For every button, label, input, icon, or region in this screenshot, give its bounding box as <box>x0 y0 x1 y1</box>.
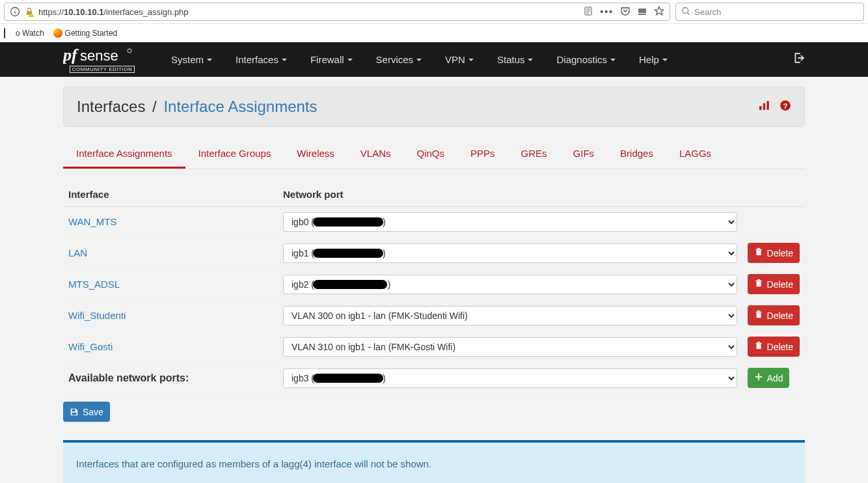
port-select[interactable]: VLAN 310 on igb1 - lan (FMK-Gosti Wifi) <box>283 337 737 357</box>
svg-rect-22 <box>756 250 761 255</box>
nav-firewall[interactable]: Firewall <box>299 42 364 77</box>
chevron-down-icon <box>416 59 422 61</box>
delete-label: Delete <box>767 248 793 258</box>
col-port: Network port <box>278 182 742 207</box>
table-row: Wifi_StudentiVLAN 300 on igb1 - lan (FMK… <box>63 300 805 331</box>
reader-mode-icon[interactable] <box>583 6 593 18</box>
tab-gres[interactable]: GREs <box>508 140 560 169</box>
tab-bridges[interactable]: Bridges <box>607 140 666 169</box>
help-icon[interactable]: ? <box>780 100 791 114</box>
svg-rect-17 <box>759 106 761 110</box>
svg-rect-29 <box>755 312 761 313</box>
port-select-wrap: igb2 ( ) <box>283 275 737 294</box>
interface-link[interactable]: LAN <box>68 247 87 258</box>
svg-point-16 <box>128 49 131 53</box>
downloads-icon[interactable] <box>637 6 647 18</box>
search-placeholder: Search <box>694 7 721 17</box>
tab-ppps[interactable]: PPPs <box>457 140 508 169</box>
svg-point-12 <box>683 7 688 13</box>
delete-label: Delete <box>767 342 793 352</box>
delete-button[interactable]: Delete <box>748 337 800 357</box>
interface-link[interactable]: Wifi_Studenti <box>68 310 126 321</box>
url-right-icons: ••• <box>583 6 664 18</box>
svg-rect-23 <box>755 249 761 251</box>
port-select[interactable]: igb3 ( ) <box>283 368 737 388</box>
interface-link[interactable]: MTS_ADSL <box>68 279 120 290</box>
stats-icon[interactable] <box>759 100 770 114</box>
breadcrumb-root: Interfaces <box>77 98 145 115</box>
logo-svg: pf sense <box>63 46 141 64</box>
bookmark-label: o Watch <box>16 29 44 38</box>
port-select-wrap: igb3 ( ) <box>283 368 737 388</box>
url-text: https://10.10.10.1/interfaces_assign.php <box>38 7 579 17</box>
add-button[interactable]: Add <box>748 368 790 388</box>
table-row: WAN_MTSigb0 ( ) <box>63 207 805 238</box>
url-bar[interactable]: https://10.10.10.1/interfaces_assign.php… <box>4 3 670 21</box>
tab-laggs[interactable]: LAGGs <box>666 140 724 169</box>
delete-label: Delete <box>767 310 793 321</box>
interface-link[interactable]: WAN_MTS <box>68 216 116 227</box>
tab-wireless[interactable]: Wireless <box>284 140 347 169</box>
bookmark-star-icon[interactable] <box>654 6 664 18</box>
save-icon <box>70 407 79 417</box>
svg-rect-24 <box>757 248 760 249</box>
nav-diagnostics[interactable]: Diagnostics <box>545 42 627 77</box>
save-button[interactable]: Save <box>63 402 110 422</box>
port-select-wrap: igb0 ( ) <box>283 212 737 232</box>
chevron-down-icon <box>347 59 353 61</box>
header-actions: ? <box>759 100 791 114</box>
interface-link[interactable]: Wifi_Gosti <box>68 341 113 352</box>
svg-rect-33 <box>757 342 760 343</box>
tab-interface-groups[interactable]: Interface Groups <box>185 140 284 169</box>
tab-interface-assignments[interactable]: Interface Assignments <box>63 140 185 169</box>
svg-rect-9 <box>638 8 646 13</box>
page-header: Interfaces / Interface Assignments ? <box>63 87 805 127</box>
trash-icon <box>754 247 763 258</box>
tab-vlans[interactable]: VLANs <box>347 140 404 169</box>
logout-icon[interactable] <box>793 52 805 67</box>
nav-help[interactable]: Help <box>627 42 679 77</box>
svg-rect-32 <box>755 343 761 344</box>
bookmark-item[interactable]: o Watch <box>4 29 44 38</box>
bookmark-fav-icon <box>4 29 13 38</box>
browser-toolbar: https://10.10.10.1/interfaces_assign.php… <box>0 0 868 23</box>
svg-rect-10 <box>638 14 646 15</box>
delete-button[interactable]: Delete <box>748 274 800 294</box>
nav-system[interactable]: System <box>159 42 224 77</box>
tab-gifs[interactable]: GIFs <box>560 140 608 169</box>
bookmark-item[interactable]: Getting Started <box>53 29 118 38</box>
breadcrumb-sep: / <box>150 98 159 115</box>
search-box[interactable]: Search <box>675 3 864 21</box>
pocket-icon[interactable] <box>620 6 631 18</box>
logo[interactable]: pf sense COMMUNITY EDITION <box>63 46 141 73</box>
delete-button[interactable]: Delete <box>748 243 800 263</box>
port-select[interactable]: VLAN 300 on igb1 - lan (FMK-Studenti Wif… <box>283 306 737 325</box>
svg-rect-27 <box>757 279 760 281</box>
bookmarks-bar: o Watch Getting Started <box>0 23 868 42</box>
chevron-down-icon <box>207 59 212 61</box>
table-row: MTS_ADSLigb2 ( )Delete <box>63 269 805 300</box>
page-actions-icon[interactable]: ••• <box>600 7 614 17</box>
delete-label: Delete <box>767 279 793 290</box>
port-select[interactable]: igb1 ( ) <box>283 243 737 263</box>
add-label: Add <box>767 373 783 383</box>
svg-rect-18 <box>763 104 765 110</box>
svg-text:?: ? <box>783 102 788 110</box>
port-select[interactable]: igb2 ( ) <box>283 275 737 294</box>
nav-services[interactable]: Services <box>364 42 434 77</box>
info-alert: Interfaces that are configured as member… <box>63 440 805 483</box>
nav-status[interactable]: Status <box>485 42 545 77</box>
svg-rect-19 <box>766 101 768 110</box>
nav-interfaces[interactable]: Interfaces <box>224 42 299 77</box>
svg-rect-31 <box>756 344 761 349</box>
tab-qinqs[interactable]: QinQs <box>404 140 458 169</box>
nav-vpn[interactable]: VPN <box>433 42 485 77</box>
chevron-down-icon <box>610 59 616 61</box>
port-select-wrap: igb1 ( ) <box>283 243 737 263</box>
delete-button[interactable]: Delete <box>748 305 800 325</box>
breadcrumb-page[interactable]: Interface Assignments <box>163 98 317 115</box>
port-select[interactable]: igb0 ( ) <box>283 212 737 232</box>
interface-table: Interface Network port WAN_MTSigb0 ( )LA… <box>63 182 805 394</box>
svg-rect-28 <box>756 312 761 318</box>
table-row: LANigb1 ( )Delete <box>63 238 805 269</box>
